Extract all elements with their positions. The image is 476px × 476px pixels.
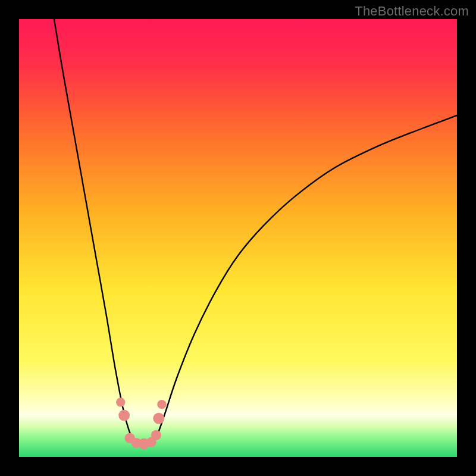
outer-frame: TheBottleneck.com — [0, 0, 476, 476]
curve-marker — [118, 410, 130, 421]
curve-marker — [151, 430, 161, 440]
chart-curve — [19, 19, 457, 457]
curve-marker — [153, 413, 164, 424]
watermark-text: TheBottleneck.com — [355, 4, 469, 19]
plot-area — [19, 19, 457, 457]
curve-marker — [157, 400, 166, 409]
curve-marker — [116, 397, 125, 406]
